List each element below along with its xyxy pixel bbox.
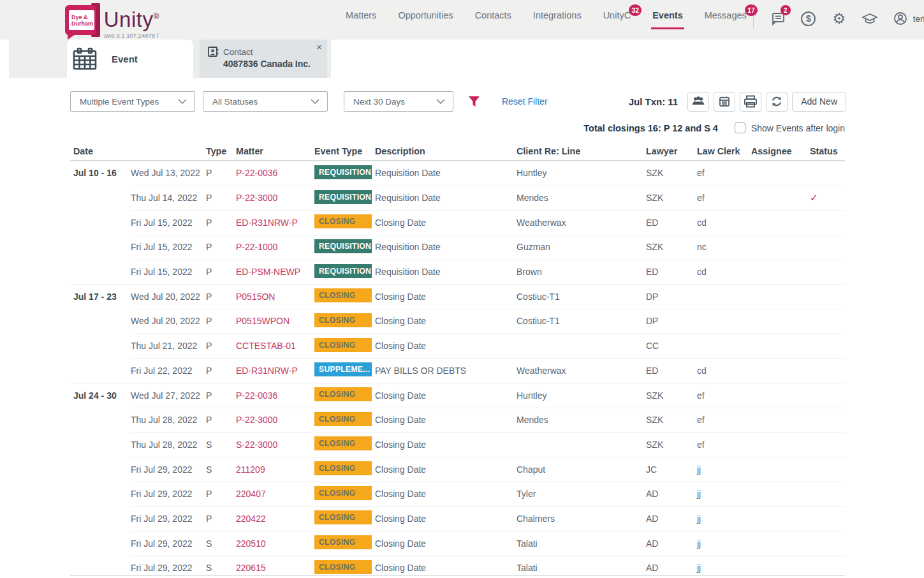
billing-dollar-icon[interactable]: $ [800,10,818,27]
table-row[interactable]: Fri Jul 22, 2022 P ED-R31NRW-P SUPPLEME.… [70,359,845,383]
matter-link[interactable]: P-22-0036 [236,168,277,178]
matter-link[interactable]: P0515ON [236,292,275,302]
event-date: Thu Jul 28, 2022 [128,415,203,425]
matter-link[interactable]: ED-PSM-NEWP [236,267,300,277]
status-check-icon: ✓ [807,192,845,204]
matter-link[interactable]: P0515WPON [236,316,290,326]
print-button[interactable] [740,92,761,112]
table-row[interactable]: Jul 10 - 16 Wed Jul 13, 2022 P P-22-0036… [70,161,845,186]
reset-filter-link[interactable]: Reset Filter [502,96,548,107]
client-re-line: Huntley [513,390,643,401]
matter-link[interactable]: CCTESTAB-01 [236,341,296,351]
event-type-badge: CLOSING [314,313,372,327]
table-row[interactable]: Fri Jul 29, 2022 S 211209 CLOSING Closin… [70,457,845,482]
matter-link[interactable]: 220510 [236,538,266,549]
table-row[interactable]: Jul 24 - 30 Wed Jul 27, 2022 P P-22-0036… [70,383,845,408]
event-type-badge: CLOSING [314,510,372,524]
event-date: Wed Jul 20, 2022 [128,292,203,302]
table-row[interactable]: Fri Jul 29, 2022 S 220510 CLOSING Closin… [70,531,845,556]
event-date: Fri Jul 15, 2022 [128,218,203,228]
event-types-select[interactable]: Multiple Event Types [70,91,195,112]
matter-link[interactable]: 220422 [236,514,266,524]
header-assignee: Assignee [748,146,807,156]
matter-link[interactable]: P-22-1000 [236,242,277,252]
table-row[interactable]: Fri Jul 15, 2022 P ED-PSM-NEWP REQUISITI… [70,260,845,285]
matter-link[interactable]: P-22-3000 [236,415,277,425]
client-re-line: Talati [513,538,643,549]
lawyer-initials: SZK [643,440,694,450]
table-row[interactable]: Fri Jul 15, 2022 P ED-R31NRW-P CLOSING C… [70,210,845,235]
table-row[interactable]: Thu Jul 14, 2022 P P-22-3000 REQUISITION… [70,186,845,211]
client-re-line: Guzman [513,242,643,252]
matter-link[interactable]: P-22-3000 [236,193,277,203]
nav-messages[interactable]: Messages17 [705,10,747,29]
app-window: Dye & Durham Unity® aws 3.1 107.24878 / … [0,0,924,578]
law-clerk-initials: ef [694,193,748,203]
product-name: Unity® [104,5,164,31]
table-row[interactable]: Fri Jul 29, 2022 S 220615 CLOSING Closin… [70,556,845,578]
record-type: P [203,168,233,178]
matter-link[interactable]: 211209 [236,464,265,475]
group-people-button[interactable] [687,92,709,112]
matter-link[interactable]: P-22-0036 [236,390,277,401]
settings-gear-icon[interactable]: ⚙ [830,10,848,27]
nav-unityc[interactable]: UnityC32 [603,10,631,29]
header-status: Status [807,146,845,156]
nav-events[interactable]: Events [652,10,683,29]
tab-contact-name: 4087836 Canada Inc. [223,59,321,69]
filter-funnel-icon[interactable] [468,96,480,108]
header-description: Description [372,146,513,156]
tab-contact[interactable]: Contact 4087836 Canada Inc. × [200,40,327,78]
nav-integrations[interactable]: Integrations [533,10,582,29]
lawyer-initials: ED [643,218,694,228]
lawyer-initials: AD [643,538,694,549]
nav-contacts[interactable]: Contacts [475,10,511,29]
matter-link[interactable]: 220407 [236,489,266,499]
date-range-select[interactable]: Next 30 Days [344,91,453,112]
event-date: Fri Jul 22, 2022 [128,366,203,376]
date-group-label: Jul 10 - 16 [70,168,128,178]
law-clerk-initials: jj [694,464,748,475]
law-clerk-initials: jj [694,514,748,524]
chat-icon[interactable]: 2 [769,10,787,27]
tab-event-label: Event [112,54,138,64]
messages-count-badge: 17 [745,4,758,16]
tab-event[interactable]: Event [67,40,193,78]
table-row[interactable]: Thu Jul 28, 2022 P P-22-3000 CLOSING Clo… [70,408,845,433]
table-row[interactable]: Fri Jul 29, 2022 P 220407 CLOSING Closin… [70,482,845,507]
client-re-line: Costiuc-T1 [513,292,643,302]
matter-link[interactable]: 220615 [236,563,266,573]
law-clerk-initials: jj [694,563,748,573]
client-re-line: Mendes [513,193,643,203]
table-row[interactable]: Fri Jul 15, 2022 P P-22-1000 REQUISITION… [70,235,845,260]
summary-row: Total closings 16: P 12 and S 4 Show Eve… [70,122,845,133]
chevron-down-icon [436,99,445,104]
refresh-button[interactable] [766,92,788,112]
nav-opportunities[interactable]: Opportunities [398,10,453,29]
learning-graduation-cap-icon[interactable] [861,10,879,27]
table-row[interactable]: Thu Jul 21, 2022 P CCTESTAB-01 CLOSING C… [70,334,845,359]
calendar-view-button[interactable] [714,92,735,112]
close-icon[interactable]: × [316,42,322,52]
matter-link[interactable]: ED-R31NRW-P [236,366,298,376]
table-row[interactable]: Thu Jul 28, 2022 S S-22-3000 CLOSING Clo… [70,433,845,457]
matter-link[interactable]: S-22-3000 [236,440,277,450]
add-new-button[interactable]: Add New [792,92,846,112]
table-row[interactable]: Wed Jul 20, 2022 P P0515WPON CLOSING Clo… [70,309,845,334]
nav-matters[interactable]: Matters [346,10,376,29]
law-clerk-initials: ef [694,390,748,401]
lawyer-initials: AD [643,563,694,573]
statuses-select[interactable]: All Statuses [203,91,328,112]
user-menu[interactable]: teri.cale@dyedu... [891,10,924,27]
table-row[interactable]: Fri Jul 29, 2022 P 220422 CLOSING Closin… [70,507,845,531]
record-type: S [203,563,233,573]
show-events-checkbox[interactable] [735,122,745,133]
client-re-line: Chaput [513,464,643,475]
event-type-badge: CLOSING [314,387,372,401]
client-re-line: Talati [513,563,643,573]
date-group-label: Jul 24 - 30 [70,390,128,401]
event-description: Closing Date [372,316,513,326]
table-row[interactable]: Jul 17 - 23 Wed Jul 20, 2022 P P0515ON C… [70,284,845,309]
matter-link[interactable]: ED-R31NRW-P [236,218,298,228]
event-date: Thu Jul 14, 2022 [128,193,203,203]
